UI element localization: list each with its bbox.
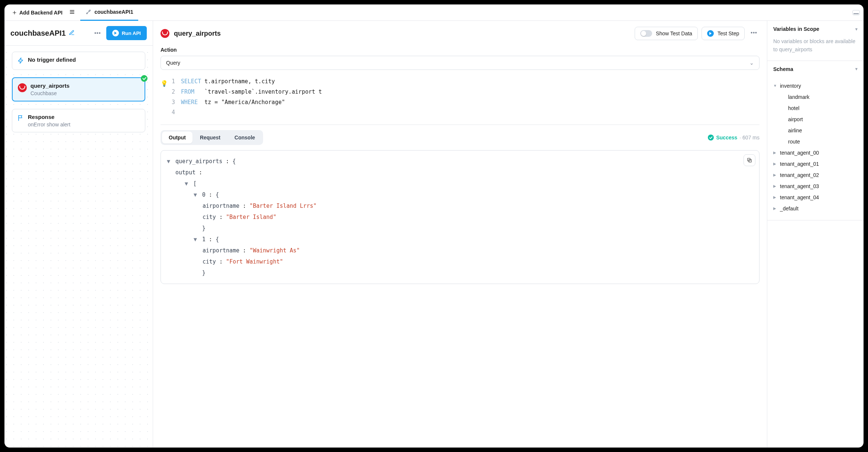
- variables-section-header[interactable]: Variables in Scope ▾: [767, 21, 864, 37]
- plus-icon: [12, 10, 17, 15]
- output-tree-row[interactable]: city : "Fort Wainwright": [167, 256, 753, 267]
- output-tree-row[interactable]: airportname : "Barter Island Lrrs": [167, 200, 753, 212]
- output-tree-row[interactable]: }: [167, 267, 753, 278]
- hamburger-icon: [69, 9, 75, 15]
- topbar: Add Backend API couchbaseAPI1: [4, 4, 864, 21]
- step-editor: query_airports Show Test Data Test Step …: [153, 21, 767, 448]
- step-more-button[interactable]: •••: [748, 27, 760, 40]
- output-tree-row[interactable]: ▼ [: [167, 178, 753, 189]
- variables-title: Variables in Scope: [773, 26, 819, 32]
- output-tree-row[interactable]: ▼ 1 : {: [167, 234, 753, 245]
- chevron-down-icon: ⌄: [749, 60, 754, 66]
- run-api-label: Run API: [122, 30, 141, 36]
- schema-item[interactable]: airport: [773, 114, 858, 125]
- tab-output[interactable]: Output: [162, 132, 192, 143]
- schema-item[interactable]: ▶_default: [773, 203, 858, 214]
- toggle-icon: [640, 30, 652, 37]
- query-editor[interactable]: 💡 1234 SELECT t.airportname, t.cityFROM …: [161, 75, 760, 119]
- play-icon: [707, 30, 714, 37]
- code-body: SELECT t.airportname, t.cityFROM `travel…: [181, 77, 322, 118]
- action-label: Action: [161, 47, 760, 53]
- schema-item[interactable]: ▼inventory: [773, 80, 858, 91]
- schema-item[interactable]: route: [773, 136, 858, 147]
- inspector-panel: Variables in Scope ▾ No variables or blo…: [767, 21, 864, 448]
- test-step-button[interactable]: Test Step: [702, 27, 745, 40]
- schema-title: Schema: [773, 66, 793, 72]
- layout-toggle-button[interactable]: [852, 10, 860, 15]
- variables-empty-text: No variables or blocks are available to …: [767, 37, 864, 61]
- output-tree-row[interactable]: city : "Barter Island": [167, 212, 753, 223]
- output-panel: ▼ query_airports : { output :▼ [▼ 0 : {a…: [161, 150, 760, 284]
- lightbulb-icon: 💡: [161, 78, 168, 118]
- success-badge-icon: [141, 75, 148, 82]
- copy-icon: [746, 157, 752, 163]
- bolt-icon: [17, 57, 24, 65]
- status-time: · 607 ms: [739, 135, 760, 141]
- svg-point-0: [87, 13, 88, 14]
- result-tabs: Output Request Console: [161, 130, 263, 145]
- copy-output-button[interactable]: [744, 154, 755, 166]
- api-tab-label: couchbaseAPI1: [94, 9, 133, 15]
- code-gutter: 1234: [172, 77, 177, 118]
- status-indicator: Success · 607 ms: [708, 135, 760, 141]
- schema-item[interactable]: ▶tenant_agent_02: [773, 170, 858, 181]
- schema-item[interactable]: airline: [773, 125, 858, 136]
- pencil-icon: [69, 30, 75, 36]
- schema-item[interactable]: ▶tenant_agent_04: [773, 192, 858, 203]
- output-tree-row[interactable]: airportname : "Wainwright As": [167, 245, 753, 256]
- plug-icon: [85, 9, 91, 15]
- play-icon: [112, 30, 119, 36]
- svg-point-1: [90, 10, 91, 11]
- schema-section-header[interactable]: Schema ▾: [767, 61, 864, 77]
- check-circle-icon: [708, 135, 714, 141]
- show-test-data-toggle[interactable]: Show Test Data: [635, 27, 698, 40]
- schema-item[interactable]: ▶tenant_agent_00: [773, 147, 858, 158]
- api-tab-couchbaseapi1[interactable]: couchbaseAPI1: [80, 4, 138, 21]
- output-tree-row[interactable]: ▼ query_airports : {: [167, 156, 753, 167]
- run-api-button[interactable]: Run API: [106, 26, 147, 40]
- output-tree-row[interactable]: ▼ 0 : {: [167, 189, 753, 200]
- schema-item[interactable]: ▶tenant_agent_03: [773, 181, 858, 192]
- api-more-button[interactable]: •••: [92, 29, 103, 38]
- edit-api-name-button[interactable]: [69, 30, 75, 37]
- schema-item[interactable]: hotel: [773, 103, 858, 114]
- couchbase-icon: [18, 83, 27, 92]
- api-list-button[interactable]: [66, 7, 78, 18]
- schema-item[interactable]: ▶tenant_agent_01: [773, 158, 858, 170]
- flag-icon: [17, 114, 24, 122]
- response-card-title: Response: [28, 114, 70, 120]
- add-backend-api-button[interactable]: Add Backend API: [8, 7, 66, 18]
- chevron-down-icon: ▾: [855, 27, 858, 32]
- add-backend-api-label: Add Backend API: [19, 10, 62, 16]
- step-card-title: query_airports: [30, 83, 69, 89]
- status-label: Success: [716, 135, 737, 141]
- step-name: query_airports: [174, 30, 221, 38]
- tab-console[interactable]: Console: [228, 132, 262, 143]
- api-sidebar: couchbaseAPI1 ••• Run API No trigger def…: [4, 21, 153, 448]
- divider: [161, 125, 760, 125]
- tab-request[interactable]: Request: [193, 132, 227, 143]
- couchbase-icon: [161, 29, 169, 38]
- api-name: couchbaseAPI1: [10, 29, 66, 38]
- trigger-card-title: No trigger defined: [28, 56, 76, 63]
- trigger-card[interactable]: No trigger defined: [12, 52, 145, 70]
- show-test-data-label: Show Test Data: [656, 30, 692, 36]
- response-card-subtitle: onError show alert: [28, 122, 70, 127]
- test-step-label: Test Step: [718, 30, 739, 36]
- chevron-down-icon: ▾: [855, 67, 858, 71]
- action-select[interactable]: Query ⌄: [161, 56, 760, 70]
- step-card-query-airports[interactable]: query_airports Couchbase: [12, 77, 145, 101]
- output-tree-row[interactable]: output :: [167, 167, 753, 178]
- schema-item[interactable]: landmark: [773, 91, 858, 103]
- step-card-subtitle: Couchbase: [30, 90, 69, 96]
- output-tree-row[interactable]: }: [167, 223, 753, 234]
- action-value: Query: [166, 60, 180, 66]
- response-card[interactable]: Response onError show alert: [12, 109, 145, 132]
